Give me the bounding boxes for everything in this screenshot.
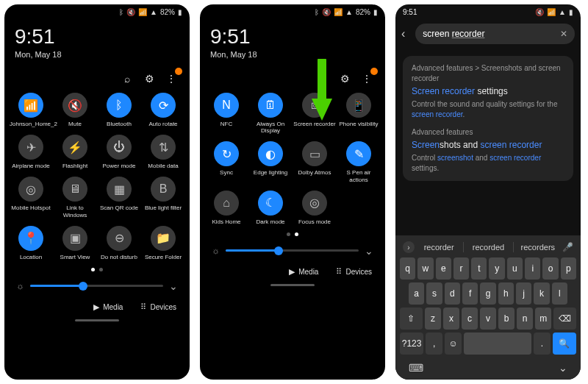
key-m[interactable]: m	[535, 307, 551, 330]
suggestion-word[interactable]: recorded	[467, 243, 509, 252]
media-button[interactable]: ▶Media	[289, 267, 318, 277]
page-indicator[interactable]	[200, 232, 385, 236]
quick-toggle-bluelight[interactable]: BBlue light filter	[141, 177, 185, 218]
bt-icon: ᛒ	[315, 8, 319, 16]
key-y[interactable]: y	[489, 257, 504, 280]
spen-icon: ✎	[346, 141, 371, 166]
chevron-down-icon[interactable]: ⌄	[169, 280, 178, 292]
more-icon[interactable]: ⋮	[360, 72, 373, 85]
quick-toggle-hotspot[interactable]: ◎Mobile Hotspot	[9, 177, 53, 218]
more-icon[interactable]: ⋮	[165, 72, 178, 85]
nav-handle[interactable]	[270, 284, 315, 286]
key-r[interactable]: r	[453, 257, 469, 280]
quick-toggle-sync[interactable]: ↻Sync	[204, 141, 248, 182]
expand-icon[interactable]: ›	[403, 241, 415, 253]
search-result[interactable]: Advanced features > Screenshots and scre…	[412, 63, 564, 120]
search-icon[interactable]: ⌕	[121, 72, 134, 85]
gear-icon[interactable]: ⚙	[143, 72, 156, 85]
search-icon[interactable]: ⌕	[316, 72, 329, 85]
suggestion-word[interactable]: recorder	[417, 243, 460, 252]
key-e[interactable]: e	[436, 257, 451, 280]
keyboard-icon[interactable]: ⌨	[409, 362, 423, 374]
quick-toggle-vis[interactable]: 📱Phone visibility	[337, 93, 381, 134]
quick-toggle-nfc[interactable]: NNFC	[204, 93, 248, 134]
key-s[interactable]: s	[426, 282, 442, 305]
key-u[interactable]: u	[507, 257, 523, 280]
key-q[interactable]: q	[400, 257, 415, 280]
devices-button[interactable]: ⠿Devices	[140, 302, 176, 312]
key-x[interactable]: x	[443, 307, 459, 330]
quick-toggle-rotate[interactable]: ⟳Auto rotate	[141, 93, 185, 127]
quick-toggle-mute[interactable]: 🔇Mute	[53, 93, 97, 127]
gear-icon[interactable]: ⚙	[338, 72, 351, 85]
quick-toggle-dolby[interactable]: ▭Dolby Atmos	[293, 141, 337, 182]
key-z[interactable]: z	[425, 307, 441, 330]
brightness-slider[interactable]	[30, 285, 163, 287]
collapse-icon[interactable]: ⌄	[559, 362, 567, 374]
bottom-row: ▶Media ⠿Devices	[200, 261, 385, 280]
quick-toggle-data[interactable]: ⇅Mobile data	[141, 135, 185, 169]
key-b[interactable]: b	[498, 307, 514, 330]
search-input[interactable]: screen recorder ✕	[415, 24, 575, 44]
quick-toggle-kids[interactable]: ⌂Kids Home	[204, 191, 248, 225]
key-v[interactable]: v	[480, 307, 496, 330]
quick-toggle-spen[interactable]: ✎S Pen air actions	[337, 141, 381, 182]
comma-key[interactable]: ,	[426, 333, 442, 355]
quick-toggle-aod[interactable]: 🗓Always On Display	[248, 93, 293, 134]
media-button[interactable]: ▶Media	[93, 302, 123, 312]
quick-toggle-dark[interactable]: ☾Dark mode	[248, 191, 293, 225]
key-a[interactable]: a	[409, 282, 424, 305]
key-h[interactable]: h	[498, 282, 514, 305]
chevron-down-icon[interactable]: ⌄	[365, 245, 373, 257]
quick-toggle-power[interactable]: ⏻Power mode	[97, 135, 141, 169]
backspace-key[interactable]: ⌫	[553, 307, 576, 330]
key-o[interactable]: o	[542, 257, 558, 280]
key-t[interactable]: t	[471, 257, 487, 280]
quick-toggle-folder[interactable]: 📁Secure Folder	[141, 226, 185, 260]
quick-toggle-cast[interactable]: ▣Smart View	[53, 226, 97, 260]
mic-icon[interactable]: 🎤	[562, 242, 573, 252]
quick-toggle-flash[interactable]: ⚡Flashlight	[53, 135, 97, 169]
key-i[interactable]: i	[525, 257, 540, 280]
nav-handle[interactable]	[75, 319, 119, 321]
key-f[interactable]: f	[462, 282, 478, 305]
nfc-icon: N	[214, 93, 239, 118]
mute-icon: 🔇	[322, 8, 331, 16]
quick-toggle-wifi[interactable]: 📶Johnson_Home_2	[9, 93, 53, 127]
key-l[interactable]: l	[552, 282, 567, 305]
search-result[interactable]: Advanced features Screenshots and screen…	[412, 127, 564, 174]
quick-toggle-bt[interactable]: ᛒBluetooth	[97, 93, 141, 127]
close-icon[interactable]: ✕	[560, 29, 567, 39]
shift-key[interactable]: ⇧	[400, 307, 423, 330]
space-key[interactable]	[464, 333, 531, 355]
key-c[interactable]: c	[462, 307, 478, 330]
quick-toggle-loc[interactable]: 📍Location	[9, 226, 53, 260]
key-n[interactable]: n	[517, 307, 533, 330]
page-indicator[interactable]	[4, 268, 190, 271]
quick-toggle-rec[interactable]: ⧇Screen recorder	[293, 93, 337, 134]
quick-toggle-focus[interactable]: ◎Focus mode	[293, 191, 337, 225]
key-k[interactable]: k	[534, 282, 549, 305]
period-key[interactable]: .	[534, 333, 551, 355]
key-g[interactable]: g	[480, 282, 495, 305]
grid-icon: ⠿	[336, 267, 342, 277]
quick-toggle-label: Smart View	[54, 254, 96, 260]
quick-toggle-dnd[interactable]: ⊖Do not disturb	[97, 226, 141, 260]
key-j[interactable]: j	[516, 282, 531, 305]
quick-toggle-link[interactable]: 🖥Link to Windows	[53, 177, 97, 218]
back-icon[interactable]: ‹	[398, 27, 408, 40]
quick-toggle-label: Mobile data	[142, 163, 184, 169]
brightness-slider[interactable]	[226, 249, 359, 252]
search-key[interactable]: 🔍	[553, 333, 576, 355]
suggestion-word[interactable]: recorders	[517, 243, 559, 252]
key-w[interactable]: w	[417, 257, 433, 280]
symbols-key[interactable]: ?123	[400, 333, 423, 355]
data-icon: ⇅	[151, 135, 176, 160]
devices-button[interactable]: ⠿Devices	[336, 267, 372, 277]
quick-toggle-plane[interactable]: ✈Airplane mode	[9, 135, 53, 169]
key-d[interactable]: d	[445, 282, 460, 305]
quick-toggle-qr[interactable]: ▦Scan QR code	[97, 177, 141, 218]
emoji-key[interactable]: ☺	[445, 333, 462, 355]
quick-toggle-edge[interactable]: ◐Edge lighting	[248, 141, 293, 182]
key-p[interactable]: p	[561, 257, 576, 280]
